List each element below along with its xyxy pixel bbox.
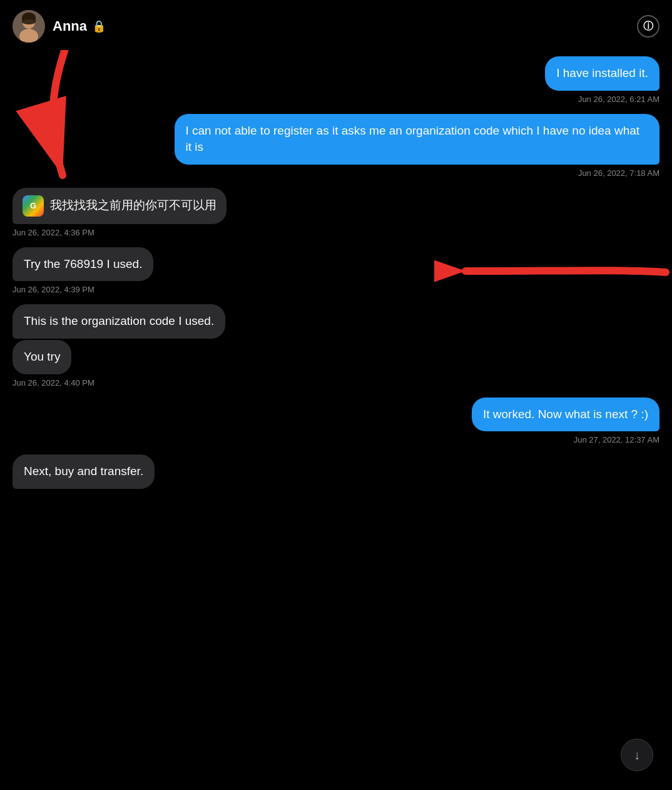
message-text: Try the 768919 I used.: [24, 257, 142, 270]
chat-header: Anna 🔒 ⓘ: [0, 0, 672, 50]
message-timestamp: Jun 26, 2022, 4:39 PM: [13, 285, 659, 294]
message-text: This is the organization code I used.: [24, 314, 214, 327]
message-text: It worked. Now what is next ? :): [483, 408, 648, 421]
message-timestamp: Jun 27, 2022, 12:37 AM: [13, 435, 659, 444]
chat-container: I have installed it. Jun 26, 2022, 6:21 …: [0, 50, 672, 540]
message-row: I can not able to register as it asks me…: [13, 114, 659, 165]
message-timestamp: Jun 26, 2022, 4:40 PM: [13, 378, 659, 387]
message-text: You try: [24, 350, 60, 363]
scroll-to-bottom-button[interactable]: ↓: [621, 739, 653, 771]
info-button[interactable]: ⓘ: [637, 15, 659, 38]
received-bubble: G 我找找我之前用的你可不可以用: [13, 188, 227, 224]
message-timestamp: Jun 26, 2022, 6:21 AM: [13, 95, 659, 104]
message-text: I have installed it.: [556, 66, 648, 80]
message-text: I can not able to register as it asks me…: [186, 124, 640, 154]
message-text: Next, buy and transfer.: [24, 464, 143, 478]
message-row: You try: [13, 340, 659, 374]
lock-icon: 🔒: [92, 19, 106, 33]
sent-bubble: I have installed it.: [545, 56, 659, 91]
received-bubble: You try: [13, 340, 71, 374]
scroll-down-icon: ↓: [634, 748, 640, 762]
message-row: Try the 768919 I used.: [13, 247, 659, 282]
header-left: Anna 🔒: [13, 10, 106, 43]
message-timestamp: Jun 26, 2022, 7:18 AM: [13, 168, 659, 178]
message-row: This is the organization code I used.: [13, 304, 659, 339]
avatar[interactable]: [13, 10, 45, 43]
svg-point-5: [22, 19, 36, 24]
sent-bubble: I can not able to register as it asks me…: [175, 114, 660, 165]
message-text: 我找找我之前用的你可不可以用: [50, 197, 216, 214]
received-bubble: Try the 768919 I used.: [13, 247, 153, 282]
chat-screen: Anna 🔒 ⓘ I have installed it. Jun 26, 20…: [0, 0, 672, 540]
message-row: It worked. Now what is next ? :): [13, 398, 659, 432]
contact-name: Anna 🔒: [53, 18, 106, 34]
translate-icon: G: [23, 195, 44, 217]
sent-bubble: It worked. Now what is next ? :): [472, 398, 659, 432]
received-bubble: This is the organization code I used.: [13, 304, 225, 339]
message-row: Next, buy and transfer.: [13, 454, 659, 489]
message-row: I have installed it.: [13, 56, 659, 91]
message-row-container: Try the 768919 I used.: [13, 247, 659, 283]
message-timestamp: Jun 26, 2022, 4:36 PM: [13, 228, 659, 237]
message-row: G 我找找我之前用的你可不可以用: [13, 188, 659, 224]
received-bubble: Next, buy and transfer.: [13, 454, 155, 489]
